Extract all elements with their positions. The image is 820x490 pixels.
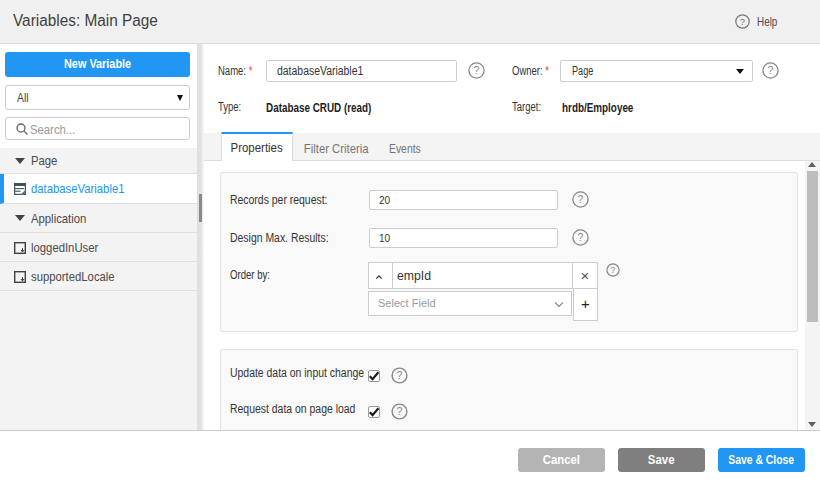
svg-text:?: ? [611,265,616,275]
svg-text:?: ? [397,369,403,381]
svg-text:?: ? [397,405,403,417]
svg-text:?: ? [578,193,584,205]
svg-text:?: ? [768,64,774,76]
svg-text:?: ? [474,64,480,76]
svg-text:?: ? [740,16,745,27]
svg-text:?: ? [578,231,584,243]
